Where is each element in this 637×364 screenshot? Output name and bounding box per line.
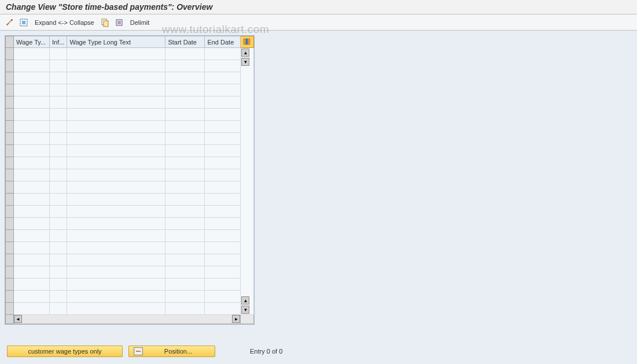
delimit-button[interactable]: Delimit xyxy=(128,19,152,26)
cell[interactable] xyxy=(165,254,205,266)
cell[interactable] xyxy=(14,291,50,303)
row-selector[interactable] xyxy=(6,206,14,218)
cell[interactable] xyxy=(14,145,50,157)
cell[interactable] xyxy=(205,303,241,315)
cell[interactable] xyxy=(67,303,165,315)
cell[interactable] xyxy=(165,278,205,291)
cell[interactable] xyxy=(67,278,165,291)
cell[interactable] xyxy=(50,278,67,291)
row-selector[interactable] xyxy=(6,72,14,84)
hscroll-right-icon[interactable]: ► xyxy=(232,315,240,323)
cell[interactable] xyxy=(14,133,50,145)
cell[interactable] xyxy=(165,109,205,121)
cell[interactable] xyxy=(14,266,50,278)
cell[interactable] xyxy=(14,109,50,121)
cell[interactable] xyxy=(14,206,50,218)
row-selector[interactable] xyxy=(6,181,14,194)
row-selector[interactable] xyxy=(6,266,14,278)
row-selector[interactable] xyxy=(6,254,14,266)
cell[interactable] xyxy=(67,60,165,72)
cell[interactable] xyxy=(14,181,50,194)
position-button[interactable]: Position... xyxy=(128,346,215,357)
cell[interactable] xyxy=(67,84,165,96)
cell[interactable] xyxy=(50,169,67,181)
scroll-up-icon[interactable]: ▲ xyxy=(241,49,249,57)
cell[interactable] xyxy=(67,254,165,266)
cell[interactable] xyxy=(205,72,241,84)
cell[interactable] xyxy=(205,145,241,157)
cell[interactable] xyxy=(50,194,67,206)
cell[interactable] xyxy=(165,194,205,206)
hscroll-left-icon[interactable]: ◄ xyxy=(14,315,22,323)
row-selector[interactable] xyxy=(6,48,14,60)
cell[interactable] xyxy=(165,121,205,133)
cell[interactable] xyxy=(165,181,205,194)
cell[interactable] xyxy=(205,254,241,266)
configure-columns-icon[interactable] xyxy=(241,36,254,48)
cell[interactable] xyxy=(14,84,50,96)
row-selector[interactable] xyxy=(6,121,14,133)
cell[interactable] xyxy=(165,303,205,315)
cell[interactable] xyxy=(67,157,165,169)
cell[interactable] xyxy=(67,72,165,84)
cell[interactable] xyxy=(14,278,50,291)
cell[interactable] xyxy=(165,206,205,218)
row-selector[interactable] xyxy=(6,60,14,72)
cell[interactable] xyxy=(50,133,67,145)
cell[interactable] xyxy=(67,109,165,121)
cell[interactable] xyxy=(50,60,67,72)
cell[interactable] xyxy=(205,96,241,109)
row-selector[interactable] xyxy=(6,303,14,315)
toggle-display-icon[interactable] xyxy=(5,17,15,28)
cell[interactable] xyxy=(50,218,67,230)
cell[interactable] xyxy=(67,230,165,242)
cell[interactable] xyxy=(50,303,67,315)
cell[interactable] xyxy=(165,169,205,181)
cell[interactable] xyxy=(67,133,165,145)
cell[interactable] xyxy=(67,48,165,60)
cell[interactable] xyxy=(14,48,50,60)
cell[interactable] xyxy=(67,181,165,194)
cell[interactable] xyxy=(165,230,205,242)
col-header-wage-type[interactable]: Wage Ty... xyxy=(14,36,50,48)
row-selector[interactable] xyxy=(6,278,14,291)
cell[interactable] xyxy=(67,291,165,303)
select-all-rows[interactable] xyxy=(6,36,14,48)
cell[interactable] xyxy=(50,291,67,303)
cell[interactable] xyxy=(50,48,67,60)
select-all-icon[interactable] xyxy=(19,17,29,28)
cell[interactable] xyxy=(14,303,50,315)
cell[interactable] xyxy=(165,291,205,303)
col-header-inf[interactable]: Inf... xyxy=(50,36,67,48)
col-header-start-date[interactable]: Start Date xyxy=(165,36,205,48)
cell[interactable] xyxy=(67,194,165,206)
cell[interactable] xyxy=(205,133,241,145)
cell[interactable] xyxy=(165,266,205,278)
cell[interactable] xyxy=(50,254,67,266)
cell[interactable] xyxy=(165,72,205,84)
col-header-end-date[interactable]: End Date xyxy=(205,36,241,48)
row-selector[interactable] xyxy=(6,291,14,303)
cell[interactable] xyxy=(205,206,241,218)
scroll-down2-icon[interactable]: ▼ xyxy=(241,306,249,314)
copy-icon[interactable] xyxy=(100,17,111,28)
cell[interactable] xyxy=(165,145,205,157)
cell[interactable] xyxy=(165,84,205,96)
cell[interactable] xyxy=(14,194,50,206)
delete-icon[interactable] xyxy=(114,17,124,28)
cell[interactable] xyxy=(165,218,205,230)
cell[interactable] xyxy=(67,145,165,157)
expand-collapse-button[interactable]: Expand <-> Collapse xyxy=(32,19,97,26)
row-selector[interactable] xyxy=(6,242,14,254)
cell[interactable] xyxy=(67,266,165,278)
cell[interactable] xyxy=(50,206,67,218)
cell[interactable] xyxy=(14,169,50,181)
row-selector[interactable] xyxy=(6,230,14,242)
row-selector[interactable] xyxy=(6,96,14,109)
cell[interactable] xyxy=(67,218,165,230)
cell[interactable] xyxy=(205,266,241,278)
row-selector[interactable] xyxy=(6,145,14,157)
cell[interactable] xyxy=(14,218,50,230)
row-selector[interactable] xyxy=(6,157,14,169)
row-selector[interactable] xyxy=(6,218,14,230)
